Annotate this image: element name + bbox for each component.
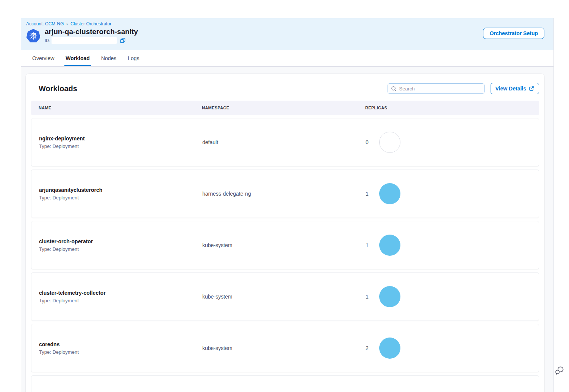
view-details-label: View Details bbox=[496, 86, 526, 92]
workload-type: Type: Deployment bbox=[39, 246, 195, 252]
replica-status-circle bbox=[379, 338, 400, 359]
workload-name: arjunqasanityclusterorch bbox=[39, 187, 195, 193]
table-body: nginx-deployment Type: Deployment defaul… bbox=[31, 118, 539, 372]
tab-bar: Overview Workload Nodes Logs bbox=[21, 50, 553, 67]
workloads-heading: Workloads bbox=[39, 84, 77, 93]
tab-logs[interactable]: Logs bbox=[127, 50, 140, 66]
table-row-partial[interactable] bbox=[31, 375, 539, 392]
column-header-replicas: REPLICAS bbox=[358, 106, 539, 110]
replica-count: 2 bbox=[366, 345, 369, 351]
page-title: arjun-qa-clusterorch-sanity bbox=[45, 28, 138, 36]
column-header-namespace: NAMESPACE bbox=[194, 106, 358, 110]
app-window: Account: CCM-NG › Cluster Orchestrator bbox=[21, 18, 554, 392]
breadcrumb: Account: CCM-NG › Cluster Orchestrator bbox=[26, 21, 544, 26]
content-area: Workloads View Details bbox=[21, 67, 553, 392]
workload-namespace: harness-delegate-ng bbox=[195, 191, 358, 197]
workload-type: Type: Deployment bbox=[39, 143, 195, 149]
replica-status-circle bbox=[379, 183, 400, 204]
workload-namespace: default bbox=[195, 139, 358, 145]
chat-bubbles-icon[interactable] bbox=[555, 366, 565, 376]
workload-type: Type: Deployment bbox=[39, 298, 195, 303]
replica-count: 0 bbox=[366, 139, 369, 145]
table-row[interactable]: cluster-telemetry-collector Type: Deploy… bbox=[31, 272, 539, 321]
tab-overview[interactable]: Overview bbox=[31, 50, 55, 66]
workload-type: Type: Deployment bbox=[39, 195, 195, 201]
replica-count: 1 bbox=[366, 294, 369, 300]
kubernetes-icon bbox=[26, 28, 41, 44]
workload-namespace: kube-system bbox=[195, 242, 358, 248]
table-row[interactable]: nginx-deployment Type: Deployment defaul… bbox=[31, 118, 539, 166]
workload-name: nginx-deployment bbox=[39, 135, 195, 142]
search-box[interactable] bbox=[388, 83, 485, 94]
breadcrumb-account-link[interactable]: Account: CCM-NG bbox=[26, 21, 64, 26]
workload-namespace: kube-system bbox=[195, 345, 358, 351]
workload-name: cluster-telemetry-collector bbox=[39, 290, 195, 296]
copy-icon[interactable] bbox=[120, 38, 125, 43]
orchestrator-setup-button[interactable]: Orchestrator Setup bbox=[483, 28, 544, 39]
replica-count: 1 bbox=[366, 191, 369, 197]
table-header-row: NAME NAMESPACE REPLICAS bbox=[31, 101, 539, 115]
search-input[interactable] bbox=[399, 86, 481, 92]
cluster-id-label: ID: bbox=[45, 38, 50, 43]
search-icon bbox=[391, 86, 397, 92]
workload-name: cluster-orch-operator bbox=[39, 238, 195, 244]
breadcrumb-section-link[interactable]: Cluster Orchestrator bbox=[70, 21, 111, 26]
table-row[interactable]: coredns Type: Deployment kube-system 2 bbox=[31, 324, 539, 372]
breadcrumb-chevron-icon: › bbox=[66, 21, 68, 26]
workload-name: coredns bbox=[39, 341, 195, 347]
workloads-panel: Workloads View Details bbox=[26, 74, 544, 392]
page-header: Account: CCM-NG › Cluster Orchestrator bbox=[21, 18, 553, 50]
cluster-title-row: arjun-qa-clusterorch-sanity ID: bbox=[26, 28, 544, 44]
replica-status-circle bbox=[379, 132, 400, 153]
tab-workload[interactable]: Workload bbox=[64, 50, 91, 66]
replica-status-circle bbox=[379, 235, 400, 256]
cluster-id-redacted-value bbox=[52, 37, 117, 44]
replica-count: 1 bbox=[366, 242, 369, 248]
external-link-icon bbox=[529, 86, 534, 91]
replica-status-circle bbox=[379, 286, 400, 307]
table-row[interactable]: arjunqasanityclusterorch Type: Deploymen… bbox=[31, 170, 539, 218]
view-details-button[interactable]: View Details bbox=[491, 83, 539, 94]
column-header-name: NAME bbox=[31, 106, 194, 110]
workload-namespace: kube-system bbox=[195, 294, 358, 300]
tab-nodes[interactable]: Nodes bbox=[100, 50, 117, 66]
table-row[interactable]: cluster-orch-operator Type: Deployment k… bbox=[31, 221, 539, 269]
workload-type: Type: Deployment bbox=[39, 349, 195, 355]
